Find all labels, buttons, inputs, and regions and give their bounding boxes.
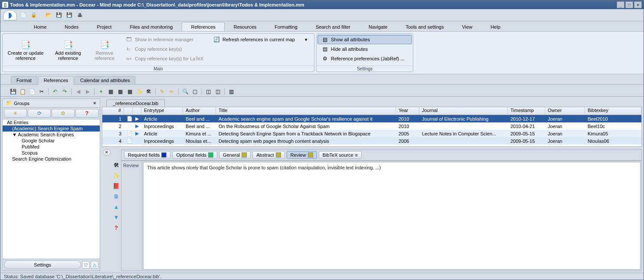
tree-pubmed[interactable]: PubMed: [3, 144, 100, 150]
groups-close-icon[interactable]: ✕: [93, 101, 96, 105]
file-tab-bib[interactable]: _referenceDocear.bib: [106, 99, 165, 107]
file-icon[interactable]: 🗎: [113, 193, 120, 200]
open-icon[interactable]: 📂: [45, 11, 52, 19]
groups-btn-new[interactable]: ☀: [4, 109, 27, 118]
tab-general[interactable]: General: [219, 151, 251, 159]
add-reference-button[interactable]: 📑 Add existing reference: [49, 35, 88, 65]
tb-forward-icon[interactable]: ▶: [84, 88, 92, 96]
tb-search-icon[interactable]: 🔍: [181, 88, 189, 96]
show-attributes-button[interactable]: ▤Show all attributes: [317, 35, 412, 44]
copy-key-button: k↓Copy reference key(s): [121, 44, 208, 54]
tb-highlight-icon[interactable]: ✏: [168, 88, 176, 96]
col-year[interactable]: Year: [396, 107, 419, 115]
help-icon[interactable]: ?: [113, 224, 120, 231]
new-icon[interactable]: 📄: [20, 11, 27, 19]
tb-undo-icon[interactable]: ↶: [51, 88, 59, 96]
lock-icon[interactable]: 🔒: [30, 11, 38, 19]
groups-btn-settings[interactable]: ⚙: [52, 109, 75, 118]
tb-panel-icon[interactable]: ▥: [227, 88, 235, 96]
dropdown-icon[interactable]: ▾: [305, 37, 307, 43]
col-entrytype[interactable]: Entrytype: [141, 107, 183, 115]
tb-edit2-icon[interactable]: ▦: [116, 88, 124, 96]
minimize-button[interactable]: _: [617, 1, 624, 8]
pdf-icon[interactable]: 📕: [113, 182, 120, 189]
table-row[interactable]: 1 📄 ▶ Article Beel and ... Academic sear…: [102, 115, 641, 122]
col-timestamp[interactable]: Timestamp: [508, 107, 545, 115]
tree-academic-engines[interactable]: ▼ Academic Search Engines: [3, 132, 100, 138]
col-number[interactable]: #: [102, 107, 124, 115]
table-row[interactable]: 3 📄 ▶ Article Kimura et ... Detecting Se…: [102, 130, 641, 137]
col-bibtexkey[interactable]: Bibtexkey: [585, 107, 641, 115]
col-title[interactable]: Title: [216, 107, 396, 115]
menu-help[interactable]: Help: [481, 22, 510, 31]
menu-view[interactable]: View: [453, 22, 481, 31]
reference-preferences-button[interactable]: ⚙Reference preferences (JabRef) ...: [317, 54, 412, 63]
tools-icon[interactable]: 🛠: [113, 161, 120, 168]
col-pdf[interactable]: [124, 107, 133, 115]
expand-icon[interactable]: △: [91, 261, 98, 269]
tree-all-entries[interactable]: All Entries: [3, 119, 100, 125]
review-textarea[interactable]: This article shows nicely that Google Sc…: [143, 162, 641, 270]
tab-bibtex-source[interactable]: BibTeX source≡: [319, 151, 362, 159]
maximize-button[interactable]: □: [625, 1, 633, 8]
menu-home[interactable]: Home: [25, 22, 56, 31]
tb-paste-icon[interactable]: 📄: [28, 88, 36, 96]
tb-wand-icon[interactable]: ✨: [135, 88, 143, 96]
tree-google-scholar[interactable]: Google Scholar: [3, 138, 100, 144]
menu-search[interactable]: Search and filter: [307, 22, 360, 31]
menu-nodes[interactable]: Nodes: [56, 22, 88, 31]
tb-add-icon[interactable]: +: [97, 88, 105, 96]
hide-attributes-button[interactable]: ▤Hide all attributes: [317, 44, 412, 54]
col-rank[interactable]: [133, 107, 141, 115]
subtab-calendar[interactable]: Calendar and attributes: [75, 76, 135, 84]
print-icon[interactable]: 🖶: [76, 11, 84, 19]
save-all-icon[interactable]: 💾: [65, 11, 73, 19]
groups-tree[interactable]: All Entries (Academic) Search Engine Spa…: [3, 119, 100, 259]
col-journal[interactable]: Journal: [419, 107, 508, 115]
create-reference-button[interactable]: 📑 Create or update reference: [3, 35, 48, 65]
collapse-icon[interactable]: ▽: [82, 261, 90, 269]
subtab-references[interactable]: References: [38, 76, 74, 85]
menu-formatting[interactable]: Formatting: [265, 22, 307, 31]
tab-required-fields[interactable]: Required fields: [124, 151, 170, 159]
refresh-references-button[interactable]: 🔄Refresh references in current map▾: [209, 35, 311, 44]
tree-scopus[interactable]: Scopus: [3, 150, 100, 156]
tb-box-icon[interactable]: ▢: [191, 88, 199, 96]
tb-back-icon[interactable]: ◀: [74, 88, 82, 96]
subtab-format[interactable]: Format: [11, 76, 37, 84]
tb-pencil-icon[interactable]: ✎: [158, 88, 166, 96]
groups-btn-help[interactable]: ?: [75, 109, 98, 118]
tree-search-engine-spam[interactable]: (Academic) Search Engine Spam: [3, 125, 100, 132]
menu-project[interactable]: Project: [88, 22, 121, 31]
close-button[interactable]: ×: [634, 1, 642, 8]
tb-edit1-icon[interactable]: ▦: [107, 88, 114, 96]
down-icon[interactable]: ▼: [113, 214, 120, 221]
settings-button[interactable]: Settings: [4, 260, 81, 269]
menu-navigate[interactable]: Navigate: [360, 22, 396, 31]
menu-resources[interactable]: Resources: [225, 22, 266, 31]
tab-review[interactable]: Review: [287, 151, 317, 159]
close-icon[interactable]: ✕: [103, 149, 111, 155]
tab-abstract[interactable]: Abstract: [252, 151, 284, 159]
tab-optional-fields[interactable]: Optional fields: [172, 151, 217, 159]
save-icon[interactable]: 💾: [55, 11, 63, 19]
table-row[interactable]: 4 📄 Inproceedings Ntoulas et... Detectin…: [102, 137, 641, 145]
menu-tools[interactable]: Tools and settings: [396, 22, 453, 31]
tree-seo[interactable]: Search Engine Optimization: [3, 156, 100, 162]
tb-tools-icon[interactable]: 🛠: [145, 88, 153, 96]
table-row[interactable]: 2 ▶ Inproceedings Beel and ... On the Ro…: [102, 122, 641, 130]
wand-icon[interactable]: ✨: [113, 172, 120, 179]
up-icon[interactable]: ▲: [113, 203, 120, 210]
tb-cut-icon[interactable]: ✂: [38, 88, 46, 96]
tb-dup1-icon[interactable]: ◫: [204, 88, 212, 96]
tb-dup2-icon[interactable]: ◫: [214, 88, 222, 96]
col-owner[interactable]: Owner: [545, 107, 585, 115]
tb-redo-icon[interactable]: ↷: [61, 88, 69, 96]
tb-edit3-icon[interactable]: ▦: [126, 88, 134, 96]
col-author[interactable]: Author: [183, 107, 216, 115]
groups-btn-refresh[interactable]: ⟳: [28, 109, 51, 118]
tb-save-icon[interactable]: 💾: [9, 88, 17, 96]
menu-files[interactable]: Files and monitoring: [121, 22, 182, 31]
tb-copy-icon[interactable]: 📋: [19, 88, 26, 96]
menu-references[interactable]: References: [182, 22, 224, 31]
